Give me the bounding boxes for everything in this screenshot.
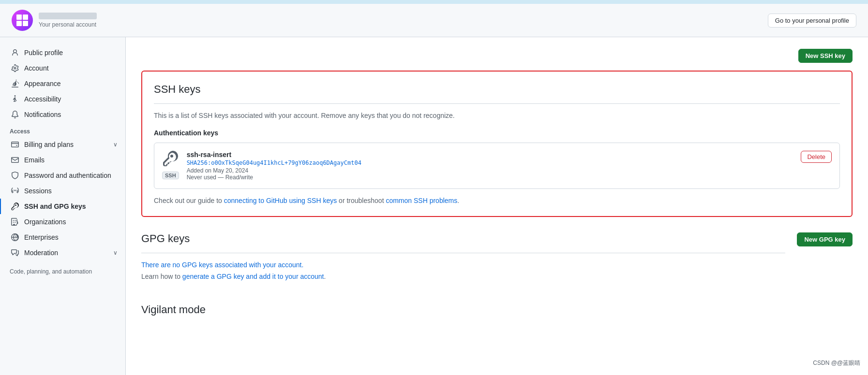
vigilant-section: Vigilant mode [141,303,853,316]
access-section-label: Access [0,122,125,137]
sidebar-item-ssh-gpg[interactable]: SSH and GPG keys [0,199,125,214]
vigilant-title: Vigilant mode [141,303,853,316]
user-info: Your personal account [12,10,97,31]
ssh-keys-section: SSH keys This is a list of SSH keys asso… [141,71,853,217]
sidebar-label-password-auth: Password and authentication [24,172,111,179]
guide-prefix: Check out our guide to [154,197,224,204]
ssh-key-card: SSH ssh-rsa-insert SHA256:o0OxTkSqeG04ug… [154,143,840,189]
guide-text: Check out our guide to connecting to Git… [154,197,840,204]
sidebar-label-emails: Emails [24,156,45,164]
moderation-chevron-icon: ∨ [113,249,118,256]
globe-icon [11,233,19,241]
creditcard-icon [11,141,19,148]
sidebar-label-sessions: Sessions [24,187,52,195]
new-ssh-key-button[interactable]: New SSH key [798,49,853,63]
shield-icon [11,172,19,179]
sidebar-item-sessions[interactable]: Sessions [0,183,125,199]
account-label: Your personal account [39,21,97,28]
gpg-section-title: GPG keys [141,232,785,245]
gpg-section: GPG keys There are no GPG keys associate… [141,232,785,280]
sidebar-section-access: Billing and plans ∨ Emails Password and … [0,137,125,260]
gpg-divider [141,253,785,253]
sidebar-label-account: Account [24,64,49,72]
ssh-section-header: New SSH key [141,49,853,63]
guide-suffix: . [457,197,459,204]
sidebar-item-appearance[interactable]: Appearance [0,76,125,91]
gpg-section-header: GPG keys There are no GPG keys associate… [141,232,853,296]
code-automation-label: Code, planning, and automation [0,260,125,277]
generate-gpg-link[interactable]: generate a GPG key and add it to your ac… [182,273,324,280]
comment-icon [11,249,19,257]
key-fingerprint: SHA256:o0OxTkSqeG04ug4I1khcL+79gY06zaoq6… [187,159,793,166]
bell-icon [11,111,19,118]
avatar-grid [16,14,28,26]
sidebar-label-organizations: Organizations [24,218,66,226]
sidebar-item-organizations[interactable]: Organizations [0,214,125,230]
accessibility-icon [11,95,19,103]
watermark: CSDN @@蓝眼睛 [813,359,860,367]
sidebar-item-emails[interactable]: Emails [0,152,125,168]
key-icon [11,202,19,210]
sidebar-label-enterprises: Enterprises [24,233,59,241]
key-details: ssh-rsa-insert SHA256:o0OxTkSqeG04ug4I1k… [187,151,793,181]
gear-icon [11,64,19,72]
sidebar-label-billing: Billing and plans [24,141,74,148]
username-blur [39,13,97,19]
key-name: ssh-rsa-insert [187,151,793,159]
delete-key-button[interactable]: Delete [801,151,832,163]
user-icon [11,49,19,57]
broadcast-icon [11,187,19,195]
sidebar-item-moderation[interactable]: Moderation ∨ [0,245,125,260]
sidebar-item-password-auth[interactable]: Password and authentication [0,168,125,183]
sidebar-label-accessibility: Accessibility [24,95,61,103]
guide-middle: or troubleshoot [337,197,386,204]
sidebar-label-notifications: Notifications [24,111,61,118]
layout: Public profile Account Appearance Access… [0,37,868,375]
connecting-github-link[interactable]: connecting to GitHub using SSH keys [224,197,337,204]
organization-icon [11,218,19,226]
sidebar-label-appearance: Appearance [24,80,61,87]
sidebar-label-public-profile: Public profile [24,49,63,57]
sidebar-item-notifications[interactable]: Notifications [0,107,125,122]
go-to-profile-button[interactable]: Go to your personal profile [768,14,856,28]
sidebar-label-ssh-gpg: SSH and GPG keys [24,202,86,210]
sidebar-label-moderation: Moderation [24,249,58,257]
key-card-icon [163,151,178,170]
sidebar-section-general: Public profile Account Appearance Access… [0,45,125,122]
sidebar-item-public-profile[interactable]: Public profile [0,45,125,60]
ssh-section-title: SSH keys [154,83,840,96]
ssh-divider [154,103,840,104]
sidebar-item-account[interactable]: Account [0,60,125,76]
ssh-type-badge: SSH [162,172,179,179]
top-bar [0,0,868,4]
gpg-learn-text: Learn how to generate a GPG key and add … [141,273,785,280]
paintbrush-icon [11,80,19,87]
sidebar-item-enterprises[interactable]: Enterprises [0,230,125,245]
auth-keys-title: Authentication keys [154,129,840,137]
new-gpg-key-button[interactable]: New GPG key [797,232,853,246]
billing-chevron-icon: ∨ [113,141,118,148]
main-content: New SSH key SSH keys This is a list of S… [126,37,868,375]
user-details: Your personal account [39,13,97,28]
sidebar-item-billing[interactable]: Billing and plans ∨ [0,137,125,152]
gpg-learn-suffix: . [324,273,326,280]
ssh-description: This is a list of SSH keys associated wi… [154,112,840,119]
sidebar-item-accessibility[interactable]: Accessibility [0,91,125,107]
sidebar: Public profile Account Appearance Access… [0,37,126,375]
gpg-empty-message: There are no GPG keys associated with yo… [141,261,785,269]
gpg-learn-prefix: Learn how to [141,273,182,280]
key-added-date: Added on May 20, 2024 [187,167,793,174]
mail-icon [11,156,19,164]
header-bar: Your personal account Go to your persona… [0,4,868,37]
avatar [12,10,33,31]
common-ssh-problems-link[interactable]: common SSH problems [386,197,457,204]
key-icon-wrapper: SSH [162,151,179,179]
key-usage: Never used — Read/write [187,174,793,181]
